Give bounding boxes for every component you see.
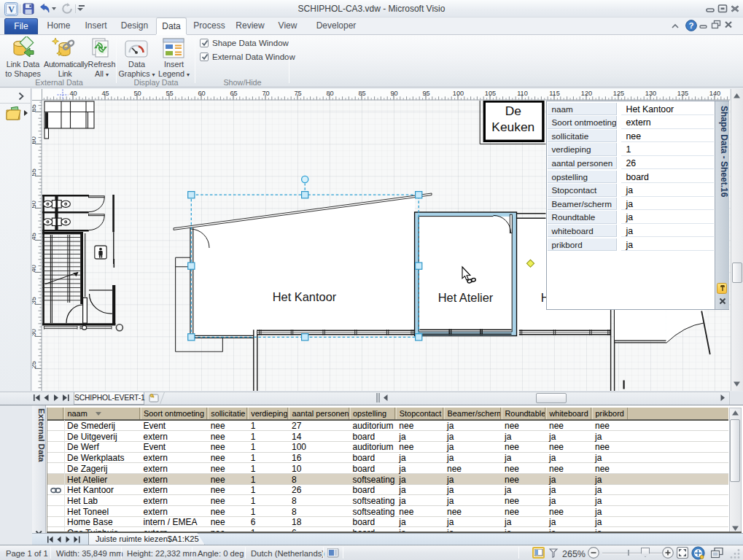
- svg-text:90: 90: [390, 90, 397, 97]
- svg-text:50: 50: [133, 90, 141, 97]
- svg-text:120: 120: [581, 90, 592, 97]
- svg-text:Het Kantoor: Het Kantoor: [273, 290, 337, 303]
- svg-text:35: 35: [32, 297, 38, 304]
- svg-text:?: ?: [688, 21, 693, 30]
- svg-text:70: 70: [262, 90, 269, 97]
- svg-text:40: 40: [32, 265, 38, 272]
- svg-text:95: 95: [422, 90, 429, 97]
- svg-text:85: 85: [358, 90, 365, 97]
- svg-text:De: De: [505, 104, 521, 118]
- svg-text:Het Atelier: Het Atelier: [438, 291, 494, 304]
- svg-text:50: 50: [32, 201, 38, 208]
- svg-text:140: 140: [709, 90, 720, 97]
- svg-text:105: 105: [485, 90, 496, 97]
- svg-text:60: 60: [198, 90, 205, 97]
- svg-text:55: 55: [166, 90, 173, 97]
- svg-text:65: 65: [32, 104, 38, 112]
- svg-text:25: 25: [32, 361, 38, 368]
- svg-text:30: 30: [32, 329, 38, 336]
- svg-text:Keuken: Keuken: [491, 120, 534, 134]
- svg-text:110: 110: [517, 90, 528, 97]
- svg-text:100: 100: [453, 90, 464, 97]
- svg-text:75: 75: [294, 90, 301, 97]
- svg-text:125: 125: [613, 90, 624, 97]
- svg-text:55: 55: [32, 168, 38, 176]
- svg-text:80: 80: [326, 90, 333, 97]
- svg-text:130: 130: [645, 90, 656, 97]
- svg-text:115: 115: [549, 90, 560, 97]
- svg-text:65: 65: [230, 90, 237, 97]
- svg-text:135: 135: [677, 90, 688, 97]
- svg-text:45: 45: [32, 233, 38, 240]
- svg-text:60: 60: [32, 136, 38, 144]
- svg-text:45: 45: [101, 90, 109, 97]
- svg-text:40: 40: [69, 90, 77, 97]
